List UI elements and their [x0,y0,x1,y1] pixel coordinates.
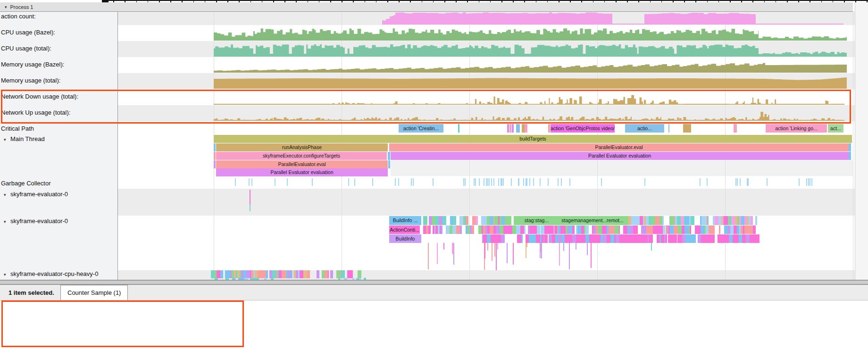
trace-slice[interactable] [452,225,456,234]
collapse-arrow-icon[interactable]: ▾ [5,5,7,9]
gc-tick[interactable] [348,178,349,186]
trace-slice[interactable] [697,225,700,234]
gc-tick[interactable] [479,178,480,186]
gc-tick[interactable] [486,178,487,186]
trace-slice[interactable] [635,225,638,234]
main-thread-slice[interactable]: Parallel Evaluator evaluation [391,152,849,160]
trace-slice[interactable] [330,270,333,278]
critical-path-slice[interactable]: act... [828,124,843,133]
gc-tick[interactable] [487,178,488,186]
trace-slice[interactable] [282,270,285,278]
trace-slice[interactable] [634,216,638,225]
slice-drip[interactable] [526,243,527,247]
counter-chart-network-up-usage-total-[interactable] [118,105,855,121]
gc-tick[interactable] [287,178,288,186]
trace-slice[interactable] [649,234,653,243]
critical-path-slice[interactable] [507,124,509,133]
sidebar-item-skyframe-evaluator-0[interactable]: ▾skyframe-evaluator-0 [4,217,68,225]
trace-slice[interactable] [483,234,487,243]
slice-drip[interactable] [540,243,541,258]
gc-tick[interactable] [489,178,490,186]
gc-tick[interactable] [465,178,466,186]
trace-slice[interactable] [495,234,499,243]
trace-slice[interactable] [541,225,545,234]
trace-slice[interactable] [259,270,262,278]
trace-slice[interactable] [211,270,214,278]
gc-tick[interactable] [395,178,396,186]
trace-slice[interactable] [456,225,460,234]
trace-slice[interactable] [619,225,620,234]
trace-slice[interactable] [501,216,505,225]
gc-tick[interactable] [523,178,524,186]
trace-slice[interactable] [548,225,552,234]
slice-drip[interactable] [492,243,492,261]
trace-slice[interactable] [636,234,640,243]
critical-path-slice[interactable]: action 'GenObjcProtos video/... [551,124,615,133]
trace-slice[interactable] [536,234,540,243]
counter-chart-network-down-usage-total-[interactable] [118,89,855,105]
slice-drip[interactable] [453,243,454,254]
critical-path-slice[interactable] [512,124,514,133]
trace-slice[interactable] [490,216,493,225]
gc-tick[interactable] [737,178,738,186]
counter-chart-cpu-usage-bazel-[interactable] [118,25,855,41]
gc-tick[interactable] [561,178,562,186]
trace-slice[interactable] [724,225,728,234]
gc-tick[interactable] [707,178,708,186]
trace-slice[interactable] [494,216,498,225]
trace-slice[interactable] [262,270,266,278]
tab-counter-sample[interactable]: Counter Sample (1) [60,285,128,300]
trace-slice[interactable] [756,234,760,243]
trace-slice[interactable] [661,234,664,243]
counter-chart-memory-usage-bazel-[interactable] [118,57,855,73]
trace-slice[interactable] [266,270,268,278]
critical-path-slice[interactable] [734,124,737,133]
trace-slice[interactable] [685,234,689,243]
main-thread-slice[interactable] [849,143,851,151]
panel-divider[interactable] [0,280,868,285]
critical-path-slice[interactable] [525,124,527,133]
slice-drip[interactable] [576,243,576,250]
sidebar-item-skyframe-evaluator-cpu-heavy-0[interactable]: ▾skyframe-evaluator-cpu-heavy-0 [4,270,98,277]
trace-slice[interactable] [603,234,607,243]
trace-slice[interactable] [585,225,589,234]
trace-slice[interactable] [534,225,537,234]
timeline-ruler[interactable] [0,0,868,2]
gc-tick[interactable] [498,178,499,186]
gc-tick[interactable] [526,178,526,186]
gc-tick[interactable] [548,178,549,186]
trace-slice[interactable] [659,225,663,234]
trace-slice[interactable] [591,234,595,243]
gc-tick[interactable] [354,178,355,186]
labeled-slice[interactable]: stag:stag... [517,216,557,225]
gc-tick[interactable] [413,178,414,186]
gc-tick[interactable] [700,178,701,186]
gc-tick[interactable] [518,178,519,186]
trace-slice[interactable] [454,216,456,225]
main-thread-slice[interactable] [214,160,216,168]
trace-slice[interactable] [751,216,753,225]
trace-slice[interactable] [300,270,303,278]
trace-slice[interactable] [691,216,694,225]
trace-slice[interactable] [580,234,583,243]
trace-slice[interactable] [336,270,340,278]
gc-tick[interactable] [484,178,484,186]
trace-slice[interactable] [572,225,575,234]
trace-slice[interactable] [317,270,319,278]
trace-slice[interactable] [666,234,667,243]
trace-slice[interactable] [517,234,521,243]
trace-slice[interactable] [220,270,223,278]
trace-slice[interactable] [217,270,220,278]
gc-tick[interactable] [806,178,807,186]
trace-slice[interactable] [674,225,677,234]
slice-drip[interactable] [494,243,495,257]
trace-slice[interactable] [655,216,659,225]
slice-drip[interactable] [443,243,444,250]
main-thread-slice[interactable]: skyframeExecutor.configureTargets [216,152,387,160]
trace-slice[interactable] [446,225,450,234]
trace-slice[interactable] [722,234,726,243]
trace-slice[interactable] [708,216,709,225]
trace-slice[interactable] [749,225,753,234]
trace-slice[interactable] [746,234,750,243]
labeled-slice[interactable]: BuildInfo [389,234,421,243]
